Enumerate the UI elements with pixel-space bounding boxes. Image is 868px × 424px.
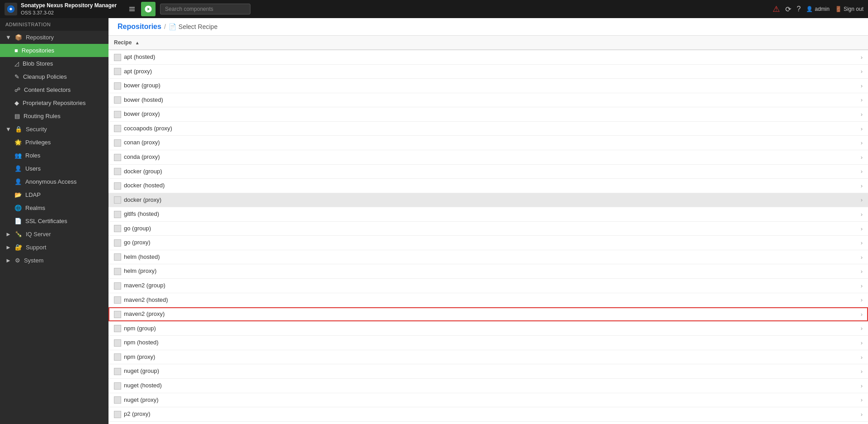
recipe-cell: maven2 (proxy)	[108, 307, 854, 322]
table-row[interactable]: docker (hosted)›	[108, 179, 868, 193]
table-row[interactable]: apt (hosted)›	[108, 50, 868, 64]
select-recipe-icon: 📄	[169, 23, 176, 30]
sidebar-group-system-header[interactable]: ► ⚙ System	[0, 254, 108, 267]
sidebar-item-ldap[interactable]: 📂 LDAP	[0, 188, 108, 201]
table-row[interactable]: gitlfs (hosted)›	[108, 207, 868, 222]
recipe-cell: npm (hosted)	[108, 336, 854, 350]
realms-icon: 🌐	[14, 205, 22, 211]
chevron-right-icon: ›	[861, 196, 863, 203]
signout-section[interactable]: 🚪 Sign out	[835, 6, 863, 12]
table-row[interactable]: go (group)›	[108, 221, 868, 236]
content-header: Repositories / 📄 Select Recipe	[108, 18, 868, 36]
signout-icon: 🚪	[835, 6, 842, 12]
action-cell: ›	[854, 293, 868, 307]
action-cell: ›	[854, 221, 868, 236]
alert-icon[interactable]: ⚠	[773, 4, 780, 14]
sidebar-item-ssl-certificates[interactable]: 📄 SSL Certificates	[0, 214, 108, 228]
action-cell: ›	[854, 150, 868, 164]
table-row[interactable]: apt (proxy)›	[108, 64, 868, 79]
chevron-right-icon-iq: ►	[5, 231, 11, 238]
routing-icon: ▤	[14, 113, 20, 119]
table-row[interactable]: nuget (hosted)›	[108, 378, 868, 393]
chevron-right-icon: ›	[861, 139, 863, 146]
search-input[interactable]	[160, 4, 250, 14]
table-row[interactable]: go (proxy)›	[108, 236, 868, 250]
admin-section-header: Administration	[0, 18, 108, 31]
logo-icon	[5, 3, 17, 15]
recipe-name: p2 (proxy)	[124, 410, 151, 417]
recipe-row-icon	[114, 68, 121, 75]
action-cell: ›	[854, 350, 868, 364]
chevron-right-icon: ›	[861, 311, 863, 318]
action-cell: ›	[854, 79, 868, 93]
recipe-column-label: Recipe	[114, 39, 132, 46]
table-row[interactable]: maven2 (group)›	[108, 279, 868, 293]
sidebar-group-repository: ▼ 📦 Repository ■ Repositories ◿ Blob Sto…	[0, 31, 108, 123]
sidebar-item-repositories[interactable]: ■ Repositories	[0, 44, 108, 57]
user-section[interactable]: 👤 admin	[806, 6, 830, 12]
refresh-icon[interactable]: ⟳	[785, 5, 791, 14]
recipe-column-header[interactable]: Recipe ▲	[108, 36, 854, 50]
table-row[interactable]: maven2 (hosted)›	[108, 293, 868, 307]
recipe-row-icon	[114, 325, 121, 332]
roles-label: Roles	[25, 152, 40, 159]
admin-icon[interactable]	[141, 2, 156, 16]
table-row[interactable]: maven2 (proxy)›	[108, 307, 868, 322]
browse-icon[interactable]	[125, 2, 139, 16]
topbar-right: ⚠ ⟳ ? 👤 admin 🚪 Sign out	[773, 4, 863, 14]
table-row[interactable]: docker (group)›	[108, 164, 868, 179]
sidebar-item-content-selectors[interactable]: ☍ Content Selectors	[0, 83, 108, 96]
recipe-cell: helm (proxy)	[108, 264, 854, 279]
chevron-right-icon-system: ►	[5, 257, 11, 264]
sidebar-item-blob-stores[interactable]: ◿ Blob Stores	[0, 57, 108, 70]
table-row[interactable]: nuget (group)›	[108, 364, 868, 379]
table-row[interactable]: conan (proxy)›	[108, 136, 868, 150]
recipe-row-icon	[114, 82, 121, 90]
table-row[interactable]: npm (proxy)›	[108, 350, 868, 364]
sidebar-group-security-header[interactable]: ▼ 🔒 Security	[0, 123, 108, 136]
sidebar-security-items: 🌟 Privileges 👥 Roles 👤 Users 👤 Anonymous…	[0, 136, 108, 228]
table-row[interactable]: conda (proxy)›	[108, 150, 868, 164]
chevron-right-icon: ›	[861, 239, 863, 246]
action-cell: ›	[854, 164, 868, 179]
recipe-name: apt (hosted)	[124, 53, 155, 60]
recipe-name: maven2 (group)	[124, 282, 165, 289]
sidebar-item-proprietary-repos[interactable]: ◆ Proprietary Repositories	[0, 96, 108, 110]
breadcrumb-parent[interactable]: Repositories	[118, 23, 161, 31]
table-row[interactable]: bower (group)›	[108, 79, 868, 93]
recipe-row-icon	[114, 211, 121, 218]
table-row[interactable]: docker (proxy)›	[108, 193, 868, 207]
action-cell: ›	[854, 321, 868, 336]
table-row[interactable]: helm (hosted)›	[108, 250, 868, 264]
recipe-name: npm (group)	[124, 325, 156, 332]
sidebar-item-users[interactable]: 👤 Users	[0, 162, 108, 175]
table-row[interactable]: bower (proxy)›	[108, 107, 868, 122]
action-cell: ›	[854, 179, 868, 193]
table-row[interactable]: cocoapods (proxy)›	[108, 121, 868, 136]
sidebar-item-realms[interactable]: 🌐 Realms	[0, 201, 108, 214]
sidebar-item-routing-rules[interactable]: ▤ Routing Rules	[0, 110, 108, 123]
sidebar-item-roles[interactable]: 👥 Roles	[0, 149, 108, 162]
recipe-cell: p2 (proxy)	[108, 407, 854, 422]
content-selectors-label: Content Selectors	[24, 86, 71, 93]
table-row[interactable]: npm (group)›	[108, 321, 868, 336]
sidebar-group-repository-header[interactable]: ▼ 📦 Repository	[0, 31, 108, 44]
recipe-cell: helm (hosted)	[108, 250, 854, 264]
recipe-cell: nuget (proxy)	[108, 393, 854, 407]
recipe-row-icon	[114, 168, 121, 175]
help-icon[interactable]: ?	[797, 5, 801, 13]
sidebar-item-anonymous-access[interactable]: 👤 Anonymous Access	[0, 175, 108, 188]
recipe-name: docker (hosted)	[124, 182, 165, 189]
sidebar-item-privileges[interactable]: 🌟 Privileges	[0, 136, 108, 149]
table-row[interactable]: helm (proxy)›	[108, 264, 868, 279]
recipe-name: npm (hosted)	[124, 339, 159, 346]
sidebar-group-support-header[interactable]: ► 🔐 Support	[0, 241, 108, 254]
table-row[interactable]: npm (hosted)›	[108, 336, 868, 350]
sidebar-item-cleanup-policies[interactable]: ✎ Cleanup Policies	[0, 70, 108, 83]
sidebar-group-iq-header[interactable]: ► 🍾 IQ Server	[0, 228, 108, 241]
table-row[interactable]: pypi (group)›	[108, 421, 868, 424]
table-row[interactable]: nuget (proxy)›	[108, 393, 868, 407]
table-row[interactable]: p2 (proxy)›	[108, 407, 868, 422]
sidebar-group-iq-server: ► 🍾 IQ Server	[0, 228, 108, 241]
table-row[interactable]: bower (hosted)›	[108, 93, 868, 107]
